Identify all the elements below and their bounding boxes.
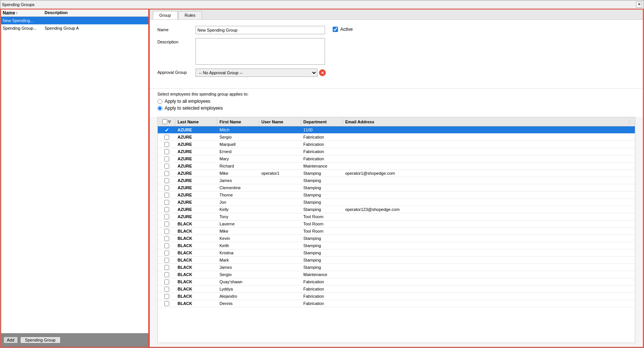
main-window: Spending Groups ✕ Name ↕ Description New…	[0, 0, 644, 348]
cell-firstname: Ernest	[217, 149, 259, 154]
table-row[interactable]: BLACK Lyddya Fabrication	[158, 286, 635, 293]
row-checkbox[interactable]	[164, 258, 169, 263]
table-row[interactable]: AZURE Mike operator1 Stamping operator1@…	[158, 170, 635, 177]
tab-group[interactable]: Group	[153, 11, 178, 19]
table-row[interactable]: BLACK Keith Stamping	[158, 242, 635, 249]
cell-username	[259, 158, 301, 159]
cell-lastname: BLACK	[175, 243, 217, 248]
row-checkbox[interactable]	[164, 287, 169, 292]
radio-0[interactable]	[157, 99, 162, 104]
select-all-checkbox[interactable]	[162, 119, 167, 124]
cell-username: operator1	[259, 171, 301, 176]
cell-lastname: AZURE	[175, 156, 217, 161]
row-checkbox[interactable]	[164, 265, 169, 270]
table-row[interactable]: BLACK Sergio Maintenance	[158, 271, 635, 278]
approval-group-select[interactable]: -- No Approval Group --	[195, 69, 317, 77]
table-row[interactable]: AZURE Mary Fabrication	[158, 155, 635, 163]
cell-department: Stamping	[301, 236, 343, 241]
cell-firstname: Mitch	[217, 127, 259, 132]
employee-table-wrapper: ▽ Last Name First Name User Name Departm…	[157, 117, 635, 343]
row-checkbox[interactable]	[164, 229, 169, 234]
row-checkbox-cell	[158, 207, 175, 212]
list-item[interactable]: Spending Group...Spending Group A	[1, 24, 148, 32]
row-checkbox[interactable]	[164, 149, 169, 154]
table-row[interactable]: BLACK Kristina Stamping	[158, 249, 635, 257]
table-row[interactable]: BLACK Alejandro Fabrication	[158, 293, 635, 300]
table-row[interactable]: AZURE Ernest Fabrication	[158, 148, 635, 155]
list-item[interactable]: New Spending...	[1, 17, 148, 24]
row-checkbox-cell	[158, 149, 175, 155]
list-item-name: New Spending...	[3, 18, 45, 23]
row-checkbox[interactable]	[164, 193, 169, 198]
name-row: Name Active	[157, 26, 635, 34]
table-row[interactable]: BLACK Mike Tool Room	[158, 228, 635, 235]
add-button[interactable]: Add	[3, 337, 18, 343]
cell-department: Fabrication	[301, 134, 343, 140]
table-row[interactable]: AZURE Clementine Stamping	[158, 184, 635, 192]
cell-firstname: Kristina	[217, 250, 259, 255]
row-checkbox[interactable]	[164, 272, 169, 277]
row-checkbox[interactable]	[164, 294, 169, 299]
row-checkbox[interactable]	[164, 178, 169, 183]
row-checkbox[interactable]	[164, 128, 169, 132]
col-desc-header: Description	[45, 10, 147, 16]
close-button[interactable]: ✕	[636, 2, 642, 8]
cell-firstname: Alejandro	[217, 294, 259, 299]
row-checkbox-cell	[158, 279, 175, 285]
description-textarea[interactable]	[195, 38, 325, 65]
row-checkbox[interactable]	[164, 207, 169, 212]
cell-firstname: Dennis	[217, 301, 259, 306]
row-checkbox[interactable]	[164, 164, 169, 169]
left-panel: Name ↕ Description New Spending...Spendi…	[0, 9, 149, 348]
table-row[interactable]: BLACK Quay'shawn Fabrication	[158, 278, 635, 286]
table-row[interactable]: AZURE Sergio Fabrication	[158, 134, 635, 141]
cell-username	[259, 187, 301, 188]
cell-department: Fabrication	[301, 142, 343, 147]
row-checkbox[interactable]	[164, 236, 169, 241]
spending-group-button[interactable]: Spending Group	[20, 337, 61, 343]
approval-clear-button[interactable]: ✕	[319, 69, 326, 76]
radio-1[interactable]	[157, 106, 162, 111]
cell-lastname: AZURE	[175, 200, 217, 205]
tab-rules[interactable]: Rules	[178, 11, 202, 19]
table-row[interactable]: BLACK Laverne Tool Room	[158, 220, 635, 228]
table-row[interactable]: AZURE Thorne Stamping	[158, 192, 635, 199]
cell-firstname: Tony	[217, 214, 259, 219]
table-row[interactable]: BLACK James Stamping	[158, 264, 635, 271]
cell-department: Fabrication	[301, 286, 343, 292]
col-name-header[interactable]: Name ↕	[3, 10, 45, 16]
row-checkbox[interactable]	[164, 251, 169, 255]
cell-department: Fabrication	[301, 156, 343, 161]
cell-email	[343, 289, 635, 289]
table-row[interactable]: AZURE Richard Maintenance	[158, 163, 635, 170]
table-row[interactable]: BLACK Mark Stamping	[158, 257, 635, 264]
row-checkbox[interactable]	[164, 185, 169, 190]
cell-department: Stamping	[301, 192, 343, 198]
table-row[interactable]: AZURE Kelly Stamping operator123@shopedg…	[158, 206, 635, 213]
cell-department: Tool Room	[301, 228, 343, 234]
row-checkbox[interactable]	[164, 301, 169, 306]
row-checkbox[interactable]	[164, 171, 169, 176]
employee-table-scroll[interactable]: AZURE Mitch 1100 AZURE Sergio Fabricatio…	[158, 126, 635, 343]
approval-group-control: -- No Approval Group -- ✕	[195, 69, 326, 77]
table-row[interactable]: AZURE Mitch 1100	[158, 126, 635, 134]
name-input[interactable]	[195, 26, 325, 34]
table-row[interactable]: AZURE Tony Tool Room	[158, 213, 635, 220]
table-row[interactable]: AZURE James Stamping	[158, 177, 635, 184]
table-row[interactable]: BLACK Dennis Fabrication	[158, 300, 635, 307]
form-area: Name Active Description	[150, 20, 643, 87]
row-checkbox[interactable]	[164, 142, 169, 147]
spending-group-list: New Spending...Spending Group...Spending…	[1, 17, 148, 333]
active-checkbox[interactable]	[333, 27, 338, 32]
row-checkbox[interactable]	[164, 214, 169, 219]
cell-username	[259, 281, 301, 282]
row-checkbox[interactable]	[164, 222, 169, 227]
row-checkbox[interactable]	[164, 279, 169, 284]
row-checkbox[interactable]	[164, 156, 169, 161]
row-checkbox[interactable]	[164, 200, 169, 205]
table-row[interactable]: AZURE Marquell Fabrication	[158, 141, 635, 148]
row-checkbox[interactable]	[164, 243, 169, 248]
table-row[interactable]: AZURE Jon Stamping	[158, 199, 635, 206]
row-checkbox[interactable]	[164, 135, 169, 140]
table-row[interactable]: BLACK Kevin Stamping	[158, 235, 635, 242]
